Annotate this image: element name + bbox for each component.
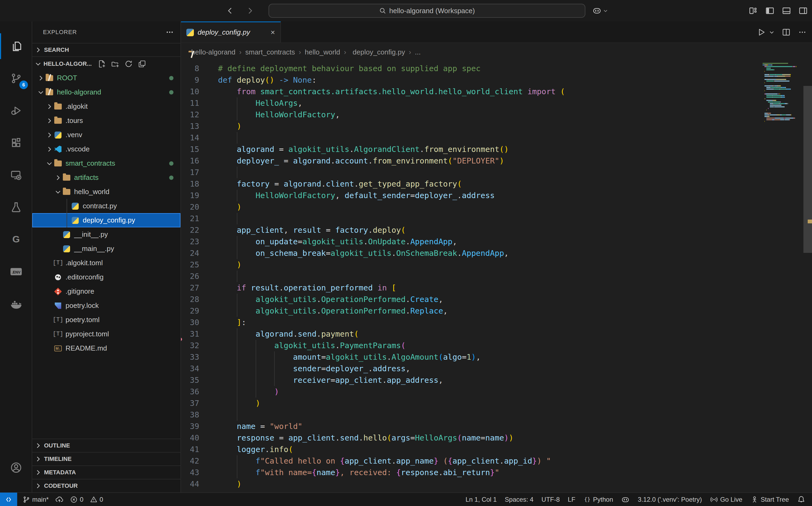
tree-item-smart-contracts[interactable]: smart_contracts [32, 156, 180, 170]
nav-back-icon[interactable] [226, 6, 234, 15]
code-line-28[interactable]: 28 algokit_utils.OperationPerformed.Crea… [181, 294, 812, 305]
tree-item--tours[interactable]: .tours [32, 113, 180, 128]
command-center[interactable]: hello-algorand (Workspace) [268, 4, 585, 18]
activitybar-dotenv[interactable]: .ENV [0, 259, 32, 284]
status-sync-changes[interactable] [55, 495, 64, 504]
code-line-20[interactable]: 20 ) [181, 201, 812, 213]
tree-item--vscode[interactable]: .vscode [32, 142, 180, 156]
status-indentation[interactable]: Spaces: 4 [505, 496, 534, 503]
status-go-live[interactable]: Go Live [710, 496, 742, 504]
code-line-32[interactable]: 32 algokit_utils.PaymentParams( [181, 340, 812, 351]
code-line-36[interactable]: 36 ) [181, 386, 812, 398]
toggle-panel-icon[interactable] [782, 6, 791, 15]
status-start-tree[interactable]: Start Tree [750, 496, 789, 504]
workspace-section-header[interactable]: HELLO-ALGOR... [32, 56, 180, 71]
code-line-29[interactable]: 29 algokit_utils.OperationPerformed.Repl… [181, 305, 812, 317]
code-line-24[interactable]: 24 on_schema_break=algokit_utils.OnSchem… [181, 248, 812, 259]
code-line-18[interactable]: 18 factory = algorand.client.get_typed_a… [181, 178, 812, 190]
breadcrumb-item[interactable]: hello_world [305, 48, 340, 56]
code-line-42[interactable]: 42 f"Called hello on {app_client.app_nam… [181, 455, 812, 467]
code-line-34[interactable]: 34 sender=deployer_.address, [181, 363, 812, 374]
code-line-19[interactable]: 19 HelloWorldFactory, default_sender=dep… [181, 190, 812, 201]
code-line-12[interactable]: 12 HelloWorldFactory, [181, 109, 812, 120]
tree-item--editorconfig[interactable]: .editorconfig [32, 270, 180, 284]
activitybar-extensions[interactable] [0, 130, 32, 156]
collapse-all-icon[interactable] [138, 60, 146, 68]
sidebar-section-search[interactable]: SEARCH [32, 43, 180, 56]
activitybar-run-debug[interactable] [0, 98, 32, 123]
breadcrumb-item[interactable]: smart_contracts [245, 48, 295, 56]
code-line-35[interactable]: 35 receiver=app_client.app_address, [181, 374, 812, 386]
explorer-more-actions-icon[interactable] [165, 28, 174, 36]
activitybar-remote-explorer[interactable] [0, 162, 32, 188]
code-line-31[interactable]: 31 algorand.send.payment( [181, 328, 812, 340]
code-line-27[interactable]: 27 if result.operation_performed in [ [181, 282, 812, 294]
activitybar-gitlens[interactable]: G [0, 227, 32, 252]
code-line-23[interactable]: 23 on_update=algokit_utils.OnUpdate.Appe… [181, 236, 812, 248]
tree-item--algokit[interactable]: .algokit [32, 99, 180, 113]
breadcrumb-item[interactable]: ... [415, 48, 421, 56]
code-line-14[interactable]: 14 [181, 132, 812, 144]
status-language-mode[interactable]: {}Python [583, 496, 613, 503]
run-python-file-icon[interactable] [757, 28, 766, 36]
status-problems-warnings[interactable]: 0 [90, 496, 103, 503]
activitybar-docker[interactable] [0, 291, 32, 317]
copilot-menu[interactable] [592, 6, 608, 15]
tree-item-artifacts[interactable]: artifacts [32, 170, 180, 185]
code-line-17[interactable]: 17 [181, 167, 812, 178]
breadcrumb-item[interactable]: deploy_config.py [350, 48, 405, 56]
code-line-8[interactable]: 8# define deployment behaviour based on … [181, 63, 812, 74]
toggle-secondary-sidebar-icon[interactable] [799, 6, 808, 15]
code-line-11[interactable]: 11 HelloArgs, [181, 97, 812, 109]
activitybar-source-control[interactable]: 6 [0, 66, 32, 91]
code-line-30[interactable]: 30 ]: [181, 317, 812, 328]
sidebar-section-timeline[interactable]: TIMELINE [32, 452, 180, 466]
status-git-branch[interactable]: main* [22, 496, 49, 503]
sidebar-section-metadata[interactable]: METADATA [32, 466, 180, 479]
code-line-26[interactable]: 26 [181, 271, 812, 282]
tree-item-hello-world[interactable]: hello_world [32, 185, 180, 199]
toggle-primary-sidebar-icon[interactable] [765, 6, 775, 15]
code-editor[interactable]: 8# define deployment behaviour based on … [181, 61, 812, 492]
tree-item--init-py[interactable]: __init__.py [32, 227, 180, 242]
status-problems-errors[interactable]: 0 [70, 496, 83, 503]
tree-item--algokit-toml[interactable]: [T].algokit.toml [32, 256, 180, 270]
code-line-43[interactable]: 43 f"with name={name}, received: {respon… [181, 467, 812, 478]
code-line-37[interactable]: 37 ) [181, 398, 812, 409]
tree-item--gitignore[interactable]: .gitignore [32, 284, 180, 299]
split-editor-icon[interactable] [782, 28, 791, 36]
sidebar-section-codetour[interactable]: CODETOUR [32, 479, 180, 492]
breadcrumb-item[interactable]: hello-algorand [188, 48, 236, 56]
tree-item-readme-md[interactable]: M↓README.md [32, 341, 180, 355]
status-cursor-position[interactable]: Ln 1, Col 1 [466, 496, 497, 503]
tree-item-poetry-lock[interactable]: poetry.lock [32, 299, 180, 313]
code-line-21[interactable]: 21 [181, 213, 812, 225]
tree-item-deploy-config-py[interactable]: deploy_config.py [32, 213, 180, 227]
code-line-25[interactable]: 25 ) [181, 259, 812, 271]
code-line-33[interactable]: 33 amount=algokit_utils.AlgoAmount(algo=… [181, 351, 812, 363]
new-folder-icon[interactable] [111, 60, 119, 68]
code-line-38[interactable]: 38 [181, 409, 812, 421]
remote-indicator[interactable] [0, 493, 17, 506]
code-line-40[interactable]: 40 response = app_client.send.hello(args… [181, 432, 812, 444]
code-line-10[interactable]: 10 from smart_contracts.artifacts.hello_… [181, 86, 812, 97]
tree-item-hello-algorand[interactable]: hello-algorand [32, 85, 180, 99]
code-line-22[interactable]: 22 app_client, result = factory.deploy( [181, 225, 812, 236]
code-line-41[interactable]: 41 logger.info( [181, 444, 812, 455]
activitybar-explorer[interactable] [0, 33, 32, 59]
customize-layout-icon[interactable] [749, 6, 758, 15]
new-file-icon[interactable] [98, 60, 106, 68]
tree-item-pyproject-toml[interactable]: [T]pyproject.toml [32, 327, 180, 341]
tree-item-root[interactable]: ROOT [32, 71, 180, 85]
code-line-44[interactable]: 44 ) [181, 478, 812, 490]
activitybar-testing[interactable] [0, 194, 32, 220]
tree-item--main-py[interactable]: __main__.py [32, 242, 180, 256]
tree-item-poetry-toml[interactable]: [T]poetry.toml [32, 313, 180, 327]
nav-forward-icon[interactable] [246, 6, 255, 15]
code-line-9[interactable]: 9def deploy() -> None: [181, 74, 812, 86]
code-line-39[interactable]: 39 name = "world" [181, 421, 812, 432]
sidebar-section-outline[interactable]: OUTLINE [32, 439, 180, 452]
close-tab-icon[interactable]: × [271, 28, 275, 37]
code-line-13[interactable]: 13 ) [181, 120, 812, 132]
status-python-interpreter[interactable]: 3.12.0 ('.venv': Poetry) [638, 496, 702, 503]
